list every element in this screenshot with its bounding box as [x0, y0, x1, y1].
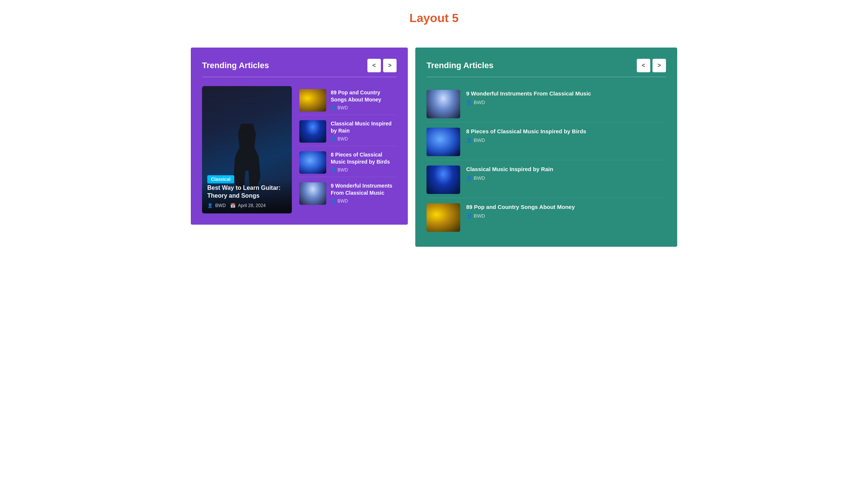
- left-prev-button[interactable]: <: [367, 59, 381, 72]
- author-icon: 👤: [331, 136, 336, 142]
- list-item[interactable]: Classical Music Inspired by Rain 👤BWD: [427, 162, 666, 198]
- article-author: 👤BWD: [466, 175, 666, 181]
- layouts-container: Trending Articles < > Classical Best Way…: [7, 48, 861, 247]
- left-article-list: 89 Pop and Country Songs About Money 👤BW…: [299, 86, 397, 213]
- article-title: 9 Wonderful Instruments From Classical M…: [466, 90, 666, 97]
- right-nav-buttons: < >: [637, 59, 666, 72]
- article-text: 89 Pop and Country Songs About Money 👤BW…: [466, 203, 666, 219]
- article-title: 9 Wonderful Instruments From Classical M…: [331, 182, 397, 197]
- article-text: Classical Music Inspired by Rain 👤BWD: [331, 120, 397, 142]
- article-thumb: [427, 90, 460, 118]
- list-item[interactable]: 89 Pop and Country Songs About Money 👤BW…: [299, 86, 397, 115]
- featured-info: Best Way to Learn Guitar: Theory and Son…: [202, 179, 292, 213]
- featured-image-wrap[interactable]: Classical Best Way to Learn Guitar: Theo…: [202, 86, 292, 213]
- left-panel-header: Trending Articles < >: [202, 59, 397, 72]
- article-text: 8 Pieces of Classical Music Inspired by …: [466, 128, 666, 143]
- left-content: Classical Best Way to Learn Guitar: Theo…: [202, 86, 397, 213]
- author-icon: 👤: [331, 198, 336, 204]
- article-author: 👤BWD: [331, 105, 397, 110]
- right-divider: [427, 77, 666, 77]
- list-item[interactable]: 8 Pieces of Classical Music Inspired by …: [299, 148, 397, 177]
- list-item[interactable]: Classical Music Inspired by Rain 👤BWD: [299, 117, 397, 146]
- article-title: Classical Music Inspired by Rain: [466, 165, 666, 173]
- article-author: 👤BWD: [331, 198, 397, 204]
- featured-date: 📅 April 28, 2024: [230, 203, 266, 208]
- featured-author: 👤 BWD: [207, 203, 226, 208]
- author-icon: 👤: [331, 105, 336, 110]
- list-item[interactable]: 9 Wonderful Instruments From Classical M…: [299, 179, 397, 208]
- article-text: Classical Music Inspired by Rain 👤BWD: [466, 165, 666, 181]
- calendar-icon: 📅: [230, 203, 236, 208]
- article-thumb: [427, 128, 460, 156]
- article-title: 89 Pop and Country Songs About Money: [466, 203, 666, 211]
- article-thumb: [427, 165, 460, 194]
- article-thumb: [299, 151, 326, 174]
- article-text: 8 Pieces of Classical Music Inspired by …: [331, 151, 397, 173]
- article-thumb: [299, 89, 326, 112]
- article-thumb: [299, 120, 326, 143]
- article-title: 8 Pieces of Classical Music Inspired by …: [331, 151, 397, 165]
- list-item[interactable]: 9 Wonderful Instruments From Classical M…: [427, 86, 666, 122]
- article-title: Classical Music Inspired by Rain: [331, 120, 397, 134]
- article-text: 9 Wonderful Instruments From Classical M…: [466, 90, 666, 105]
- article-text: 9 Wonderful Instruments From Classical M…: [331, 182, 397, 204]
- article-title: 89 Pop and Country Songs About Money: [331, 89, 397, 103]
- featured-article-title: Best Way to Learn Guitar: Theory and Son…: [207, 184, 287, 200]
- featured-meta: 👤 BWD 📅 April 28, 2024: [207, 203, 287, 208]
- right-panel: Trending Articles < > 9 Wonderful Instru…: [415, 48, 677, 247]
- left-panel-title: Trending Articles: [202, 61, 269, 70]
- article-author: 👤BWD: [331, 167, 397, 173]
- article-text: 89 Pop and Country Songs About Money 👤BW…: [331, 89, 397, 110]
- user-icon: 👤: [207, 203, 213, 208]
- article-author: 👤BWD: [466, 213, 666, 219]
- author-icon: 👤: [466, 137, 472, 143]
- article-title: 8 Pieces of Classical Music Inspired by …: [466, 128, 666, 135]
- right-next-button[interactable]: >: [652, 59, 666, 72]
- right-panel-header: Trending Articles < >: [427, 59, 666, 72]
- article-author: 👤BWD: [466, 100, 666, 105]
- author-icon: 👤: [466, 213, 472, 219]
- left-divider: [202, 77, 397, 77]
- author-icon: 👤: [331, 167, 336, 173]
- left-nav-buttons: < >: [367, 59, 397, 72]
- right-prev-button[interactable]: <: [637, 59, 650, 72]
- page-title: Layout 5: [7, 11, 861, 25]
- left-next-button[interactable]: >: [383, 59, 397, 72]
- list-item[interactable]: 89 Pop and Country Songs About Money 👤BW…: [427, 200, 666, 236]
- article-author: 👤BWD: [466, 137, 666, 143]
- article-thumb: [299, 182, 326, 205]
- article-thumb: [427, 203, 460, 232]
- left-panel: Trending Articles < > Classical Best Way…: [191, 48, 408, 225]
- article-author: 👤BWD: [331, 136, 397, 142]
- right-article-list: 9 Wonderful Instruments From Classical M…: [427, 86, 666, 236]
- author-icon: 👤: [466, 100, 472, 105]
- right-panel-title: Trending Articles: [427, 61, 493, 70]
- list-item[interactable]: 8 Pieces of Classical Music Inspired by …: [427, 124, 666, 160]
- author-icon: 👤: [466, 175, 472, 181]
